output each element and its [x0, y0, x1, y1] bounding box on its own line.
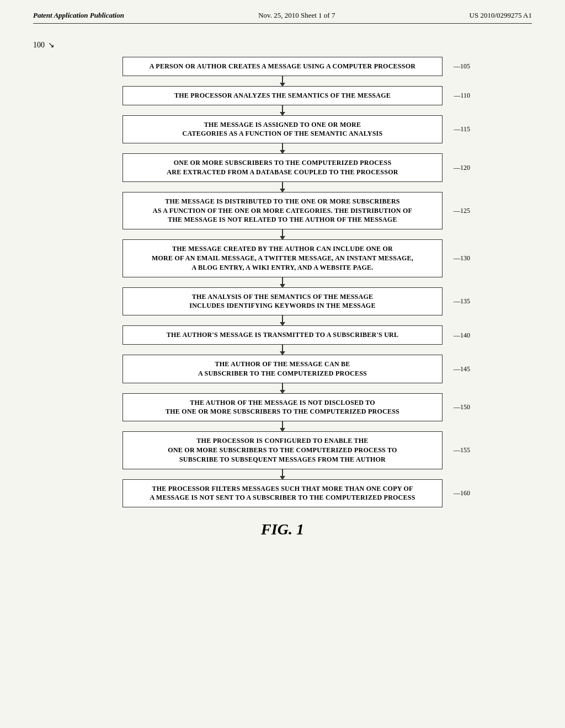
flowchart: A PERSON OR AUTHOR CREATES A MESSAGE USI… [33, 57, 532, 507]
step-label-135: ―135 [454, 297, 470, 306]
flow-step-150: THE AUTHOR OF THE MESSAGE IS NOT DISCLOS… [33, 393, 532, 432]
figure-label: FIG. 1 [261, 521, 304, 538]
step-label-110: ―110 [454, 92, 470, 100]
step-label-155: ―155 [454, 446, 470, 454]
box-wrapper-135: THE ANALYSIS OF THE SEMANTICS OF THE MES… [122, 287, 443, 316]
flow-step-115: THE MESSAGE IS ASSIGNED TO ONE OR MORECA… [33, 115, 532, 154]
diagram-container: 100 ↘ A PERSON OR AUTHOR CREATES A MESSA… [33, 40, 532, 538]
step-label-140: ―140 [454, 331, 470, 339]
box-140: THE AUTHOR'S MESSAGE IS TRANSMITTED TO A… [122, 325, 443, 345]
arrow-125 [282, 229, 283, 239]
box-wrapper-155: THE PROCESSOR IS CONFIGURED TO ENABLE TH… [122, 431, 443, 469]
arrow-155 [282, 469, 283, 479]
arrow-150 [282, 421, 283, 431]
box-wrapper-150: THE AUTHOR OF THE MESSAGE IS NOT DISCLOS… [122, 393, 443, 422]
step-label-150: ―150 [454, 403, 470, 411]
flow-step-140: THE AUTHOR'S MESSAGE IS TRANSMITTED TO A… [33, 325, 532, 355]
box-105: A PERSON OR AUTHOR CREATES A MESSAGE USI… [122, 57, 443, 76]
step-label-145: ―145 [454, 365, 470, 373]
step-label-105: ―105 [454, 62, 470, 71]
step-label-160: ―160 [454, 489, 470, 497]
root-arrow-icon: ↘ [48, 40, 55, 50]
box-wrapper-115: THE MESSAGE IS ASSIGNED TO ONE OR MORECA… [122, 115, 443, 144]
box-wrapper-130: THE MESSAGE CREATED BY THE AUTHOR CAN IN… [122, 239, 443, 277]
step-label-115: ―115 [454, 125, 470, 133]
header-center: Nov. 25, 2010 Sheet 1 of 7 [258, 11, 335, 20]
arrow-130 [282, 277, 283, 287]
arrow-135 [282, 315, 283, 325]
diagram-root-label: 100 ↘ [33, 40, 55, 50]
arrow-140 [282, 345, 283, 355]
arrow-145 [282, 383, 283, 393]
header-right: US 2010/0299275 A1 [470, 11, 532, 20]
box-155: THE PROCESSOR IS CONFIGURED TO ENABLE TH… [122, 431, 443, 469]
box-wrapper-145: THE AUTHOR OF THE MESSAGE CAN BEA SUBSCR… [122, 355, 443, 383]
box-wrapper-105: A PERSON OR AUTHOR CREATES A MESSAGE USI… [122, 57, 443, 76]
box-115: THE MESSAGE IS ASSIGNED TO ONE OR MORECA… [122, 115, 443, 144]
arrow-120 [282, 182, 283, 192]
flow-step-125: THE MESSAGE IS DISTRIBUTED TO THE ONE OR… [33, 192, 532, 239]
flow-step-145: THE AUTHOR OF THE MESSAGE CAN BEA SUBSCR… [33, 355, 532, 393]
box-110: THE PROCESSOR ANALYZES THE SEMANTICS OF … [122, 86, 443, 105]
box-wrapper-125: THE MESSAGE IS DISTRIBUTED TO THE ONE OR… [122, 192, 443, 229]
flow-step-110: THE PROCESSOR ANALYZES THE SEMANTICS OF … [33, 86, 532, 115]
box-150: THE AUTHOR OF THE MESSAGE IS NOT DISCLOS… [122, 393, 443, 422]
step-label-120: ―120 [454, 163, 470, 172]
box-135: THE ANALYSIS OF THE SEMANTICS OF THE MES… [122, 287, 443, 316]
page-header: Patent Application Publication Nov. 25, … [33, 11, 532, 24]
arrow-105 [282, 76, 283, 86]
box-wrapper-160: THE PROCESSOR FILTERS MESSAGES SUCH THAT… [122, 479, 443, 508]
box-130: THE MESSAGE CREATED BY THE AUTHOR CAN IN… [122, 239, 443, 277]
box-wrapper-110: THE PROCESSOR ANALYZES THE SEMANTICS OF … [122, 86, 443, 105]
flow-step-135: THE ANALYSIS OF THE SEMANTICS OF THE MES… [33, 287, 532, 326]
box-wrapper-120: ONE OR MORE SUBSCRIBERS TO THE COMPUTERI… [122, 153, 443, 182]
header-left: Patent Application Publication [33, 11, 124, 20]
box-145: THE AUTHOR OF THE MESSAGE CAN BEA SUBSCR… [122, 355, 443, 383]
box-120: ONE OR MORE SUBSCRIBERS TO THE COMPUTERI… [122, 153, 443, 182]
box-wrapper-140: THE AUTHOR'S MESSAGE IS TRANSMITTED TO A… [122, 325, 443, 345]
box-160: THE PROCESSOR FILTERS MESSAGES SUCH THAT… [122, 479, 443, 508]
arrow-110 [282, 105, 283, 115]
arrow-115 [282, 143, 283, 153]
flow-step-160: THE PROCESSOR FILTERS MESSAGES SUCH THAT… [33, 479, 532, 508]
box-125: THE MESSAGE IS DISTRIBUTED TO THE ONE OR… [122, 192, 443, 229]
step-label-130: ―130 [454, 254, 470, 263]
step-label-125: ―125 [454, 206, 470, 215]
flow-step-130: THE MESSAGE CREATED BY THE AUTHOR CAN IN… [33, 239, 532, 287]
flow-step-120: ONE OR MORE SUBSCRIBERS TO THE COMPUTERI… [33, 153, 532, 192]
flow-step-105: A PERSON OR AUTHOR CREATES A MESSAGE USI… [33, 57, 532, 86]
flow-step-155: THE PROCESSOR IS CONFIGURED TO ENABLE TH… [33, 431, 532, 479]
